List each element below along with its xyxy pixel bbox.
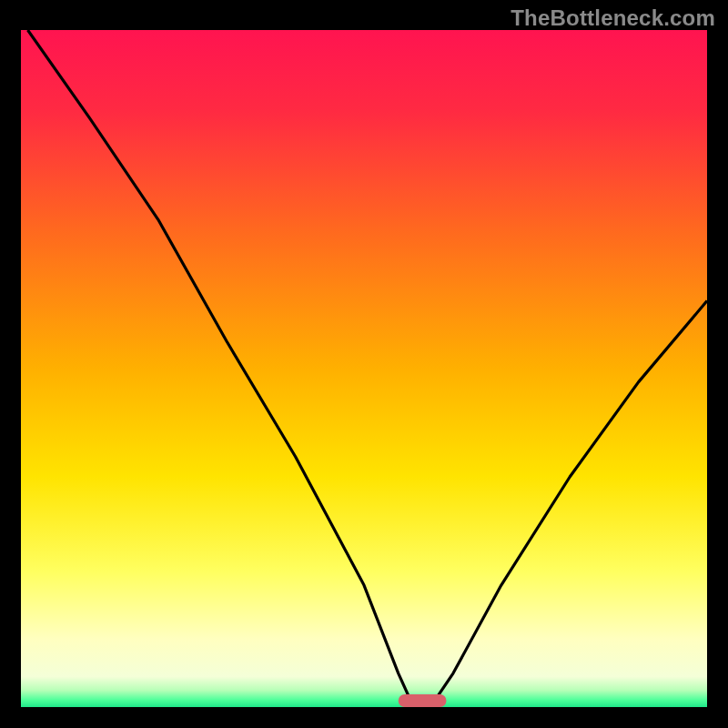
outer-frame: TheBottleneck.com xyxy=(0,0,728,728)
bottleneck-chart xyxy=(0,0,728,728)
optimal-marker xyxy=(399,694,447,707)
watermark-text: TheBottleneck.com xyxy=(511,5,715,31)
gradient-background xyxy=(21,30,707,707)
